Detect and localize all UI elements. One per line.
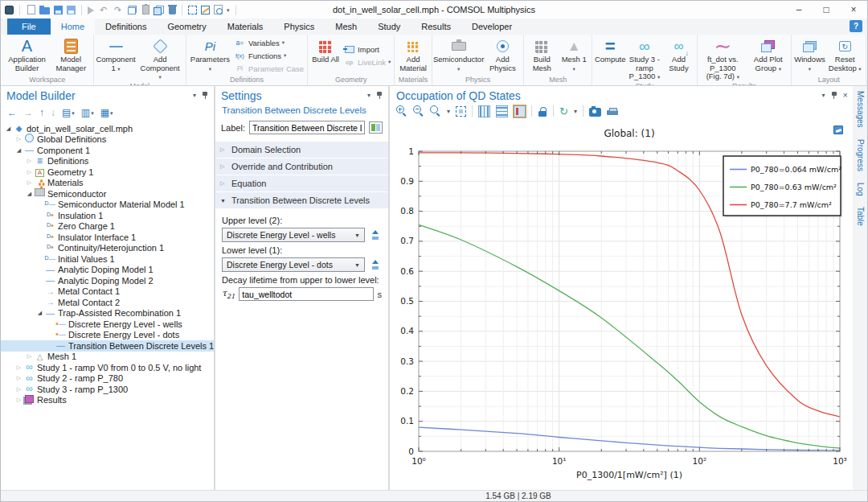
ribbon-tab[interactable]: Results [411,19,461,35]
save-as-button[interactable] [67,6,76,14]
zoom-selected-button[interactable] [430,105,441,117]
help-button[interactable]: ? [850,20,862,32]
ribbon-tab[interactable]: Mesh [325,19,367,35]
new-file-button[interactable] [27,5,35,14]
tree-item[interactable]: Transition Between Discrete Levels 1 [1,340,214,352]
collapse-arrow-icon[interactable]: ◢ [35,310,44,316]
tree-item[interactable]: ◢dot_in_well_solar_cell.mph [1,123,214,134]
tree-item[interactable]: Discrete Energy Level - wells [1,319,214,330]
tree-item[interactable]: ▷Geometry 1 [1,167,214,178]
x-log-scale-button[interactable] [514,105,526,117]
y-log-scale-button[interactable] [478,105,490,117]
side-tab[interactable]: Messages [856,91,865,128]
tree-item[interactable]: Analytic Doping Model 2 [1,275,214,286]
study-3-button[interactable]: Study 3 - ramp P_1300 ▾ [626,36,662,81]
tree-item[interactable]: Zero Charge 1 [1,221,214,232]
print-button[interactable] [607,108,618,117]
ribbon-tab[interactable]: Physics [273,19,325,35]
collapse-arrow-icon[interactable]: ◢ [25,191,34,197]
go-to-source-button[interactable] [370,229,382,241]
expand-arrow-icon[interactable]: ▷ [14,364,23,371]
duplicate-button[interactable] [154,5,164,15]
model-manager-button[interactable]: Model Manager [51,36,92,75]
expand-arrow-icon[interactable]: ▷ [25,158,34,164]
tree-item[interactable]: ▷Study 2 - ramp P_780 [1,373,214,385]
back-button[interactable]: ← [7,108,17,117]
zoom-selected-button[interactable] [214,5,223,14]
import-button[interactable]: Import [343,43,391,55]
ribbon-tab[interactable]: File [7,19,51,35]
section-override-contribution[interactable]: ▷ Override and Contribution [215,158,388,175]
tree-item[interactable]: Metal Contact 2 [1,297,214,308]
maximize-button[interactable]: □ [813,1,840,19]
minimize-button[interactable]: – [785,1,813,19]
lower-level-select[interactable]: Discrete Energy Level - dots ▼ [222,257,365,272]
zoom-extents-button[interactable] [456,106,466,117]
tree-item[interactable]: ▷Results [1,395,214,406]
tree-item[interactable]: ▷Mesh 1 [1,352,214,363]
close-icon[interactable]: × [843,91,848,100]
ribbon-tab[interactable]: Study [367,19,411,35]
snapshot-button[interactable] [589,108,601,117]
tree-item[interactable]: ▷Study 1 - ramp V0 from 0 to 0.5 V, no l… [1,362,214,373]
expand-arrow-icon[interactable]: ▷ [14,397,23,403]
zoom-out-button[interactable] [413,105,424,117]
ribbon-tab[interactable]: Materials [217,19,274,35]
collapse-arrow-icon[interactable]: ◢ [4,126,13,132]
undo-button[interactable]: ↶ [98,5,108,15]
redo-button[interactable]: ↷ [113,5,123,15]
show-button[interactable]: ▤▾ [62,108,75,117]
run-button[interactable] [88,6,94,14]
save-button[interactable] [54,6,63,14]
collapse-tree-button[interactable]: ▦▾ [100,108,113,117]
section-transition[interactable]: ▼ Transition Between Discrete Levels [215,192,388,209]
plot-canvas[interactable]: 00.10.20.30.40.50.60.70.80.9110⁰10¹10²10… [390,119,853,490]
application-builder-button[interactable]: Application Builder [3,36,51,75]
pin-icon[interactable] [831,91,837,100]
panel-menu-arrow-icon[interactable]: ▾ [367,92,371,99]
tree-item[interactable]: ▷Definitions [1,156,214,167]
label-action-button[interactable] [369,121,383,134]
functions-button[interactable]: Functions▾ [234,50,304,61]
add-physics-button[interactable]: Add Physics [483,36,522,75]
open-button[interactable] [39,7,50,14]
tree-item[interactable]: Semiconductor Material Model 1 [1,200,214,211]
tree-item[interactable]: Initial Values 1 [1,253,214,265]
ft-dot-plot-button[interactable]: ft_dot vs. P_1300 (Fig. 7d) ▾ [699,36,747,81]
semiconductor-button[interactable]: Semiconductor ▾ [434,36,484,75]
panel-menu-arrow-icon[interactable]: ▾ [193,92,196,99]
tree-item[interactable]: Insulator Interface 1 [1,232,214,243]
decay-lifetime-input[interactable] [239,287,373,301]
compute-button[interactable]: Compute [594,36,626,81]
move-up-button[interactable]: ↑ [39,108,44,117]
tree-item[interactable]: Discrete Energy Level - dots [1,330,214,341]
ribbon-tab[interactable]: Geometry [157,19,216,35]
variables-button[interactable]: Variables▾ [234,37,304,48]
close-button[interactable]: × [840,1,867,19]
expand-tree-button[interactable]: ▥▾ [81,108,94,117]
tree-item[interactable]: Analytic Doping Model 1 [1,265,214,276]
tree-item[interactable]: Insulation 1 [1,210,214,221]
paste-button[interactable] [142,5,149,14]
pin-icon[interactable] [202,91,208,100]
add-material-button[interactable]: Add Material [396,36,430,75]
add-component-button[interactable]: Add Component ▾ [137,36,184,81]
ribbon-tab[interactable]: Developer [461,19,522,35]
grid-button[interactable] [496,105,508,117]
expand-arrow-icon[interactable]: ▷ [14,136,23,142]
go-to-source-button[interactable] [370,259,382,270]
tree-item[interactable]: ▷Study 3 - ramp P_1300 [1,384,214,395]
tree-item[interactable]: Metal Contact 1 [1,286,214,298]
section-domain-selection[interactable]: ▷ Domain Selection [215,142,388,158]
expand-arrow-icon[interactable]: ▷ [25,169,34,175]
reset-desktop-button[interactable]: Reset Desktop ▾ [825,36,864,75]
refresh-plot-button[interactable]: ↻ [559,106,568,117]
tree-item[interactable]: ◢Component 1 [1,145,214,156]
tree-item[interactable]: ◢Trap-Assisted Recombination 1 [1,308,214,319]
tree-item[interactable]: Continuity/Heterojunction 1 [1,243,214,254]
tree-item[interactable]: ▷Materials [1,178,214,189]
build-all-button[interactable]: Build All [309,36,342,75]
expand-arrow-icon[interactable]: ▷ [25,179,34,186]
collapse-arrow-icon[interactable]: ◢ [14,147,23,154]
lock-axes-button[interactable] [538,107,547,117]
